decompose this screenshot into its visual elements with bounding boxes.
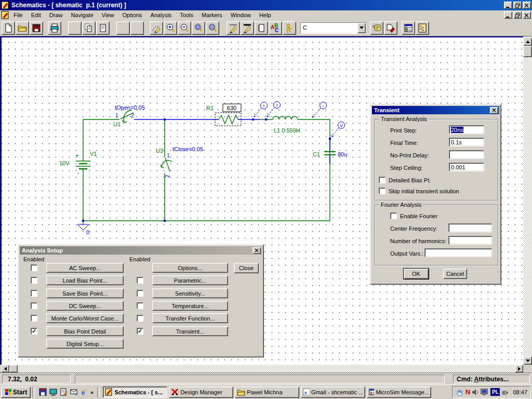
ok-button[interactable]: OK: [404, 269, 429, 279]
quicklaunch-ie-icon[interactable]: e: [80, 388, 89, 396]
menu-analysis[interactable]: Analysis: [146, 11, 176, 19]
edit-symbol-button[interactable]: [384, 21, 397, 35]
task-button-gmail[interactable]: e Gmail - shcematic ...: [301, 387, 365, 398]
document-icon[interactable]: [1, 11, 9, 19]
part-combobox[interactable]: C: [300, 22, 366, 34]
restore-button[interactable]: [513, 2, 522, 9]
temperature-checkbox[interactable]: [137, 302, 143, 309]
zoom-out-button[interactable]: [178, 21, 191, 35]
tray-hand-icon[interactable]: [456, 388, 464, 396]
detailed-bias-checkbox[interactable]: [379, 177, 385, 183]
redo-button[interactable]: [130, 21, 144, 35]
center-frequency-input[interactable]: [448, 223, 492, 232]
parametric-checkbox[interactable]: [137, 277, 143, 284]
u3-name-label[interactable]: U3: [156, 148, 163, 154]
menu-help[interactable]: Help: [255, 11, 275, 19]
skip-initial-transient-checkbox[interactable]: [379, 188, 385, 194]
scroll-right-button[interactable]: [515, 365, 523, 373]
task-button-design-manager[interactable]: Design Manager: [169, 387, 233, 398]
menu-navigate[interactable]: Navigate: [66, 11, 97, 19]
scroll-down-button[interactable]: [523, 356, 532, 365]
tray-netscape-icon[interactable]: N: [466, 388, 470, 396]
c1-name-label[interactable]: C1: [313, 151, 320, 157]
quicklaunch-floppy-icon[interactable]: [38, 388, 47, 396]
save-bias-point-checkbox[interactable]: [31, 290, 37, 297]
close-button[interactable]: [523, 2, 531, 9]
transient-title-bar[interactable]: Transient: [372, 106, 499, 114]
print-button[interactable]: [48, 21, 61, 35]
undo-button[interactable]: [116, 21, 130, 35]
child-restore-button[interactable]: [513, 11, 522, 19]
u3-param-label[interactable]: tClose=0.05: [172, 146, 203, 152]
tray-device-icon[interactable]: [501, 389, 509, 396]
no-print-delay-input[interactable]: [449, 150, 484, 159]
quicklaunch-notepad-icon[interactable]: [59, 388, 68, 396]
draw-bus-button[interactable]: [241, 21, 254, 35]
bias-point-detail-button[interactable]: Bias Point Detail: [46, 326, 124, 336]
harmonics-input[interactable]: [448, 236, 492, 245]
cut-button[interactable]: [68, 21, 82, 35]
cancel-button[interactable]: Cancel: [443, 269, 467, 279]
step-ceiling-input[interactable]: 0.001: [449, 163, 484, 171]
print-step-input[interactable]: 20ns: [449, 125, 484, 134]
save-button[interactable]: [30, 21, 43, 35]
copy-button[interactable]: [82, 21, 96, 35]
zoom-in-button[interactable]: [164, 21, 177, 35]
u1-name-label[interactable]: U1: [113, 121, 121, 127]
task-button-pawel-michna[interactable]: Pawel Michna: [235, 387, 299, 398]
sensitivity-checkbox[interactable]: [137, 290, 143, 297]
transient-setup-button[interactable]: Transient...: [152, 326, 228, 336]
transient-checkbox[interactable]: ✓: [137, 328, 143, 335]
vertical-scrollbar[interactable]: [523, 37, 532, 365]
draw-wire-button[interactable]: [227, 21, 240, 35]
output-vars-input[interactable]: [424, 248, 492, 257]
v1-name-label[interactable]: V1: [90, 151, 97, 157]
task-button-microsim-message[interactable]: MicroSim Message...: [367, 387, 431, 398]
analysis-setup-close-button[interactable]: Close: [234, 263, 259, 273]
tray-clock[interactable]: 08:47: [513, 389, 527, 395]
quicklaunch-display-icon[interactable]: [49, 388, 58, 396]
horizontal-scroll-thumb[interactable]: [9, 365, 18, 373]
temperature-button[interactable]: Temperature...: [152, 301, 228, 311]
task-button-schematics[interactable]: Schematics - [ s...: [103, 387, 167, 398]
menu-edit[interactable]: Edit: [27, 11, 45, 19]
parametric-button[interactable]: Parametric...: [152, 275, 228, 285]
dc-sweep-checkbox[interactable]: [31, 302, 37, 309]
vertical-scroll-thumb[interactable]: [523, 46, 532, 57]
quicklaunch-overflow-chevron[interactable]: »: [90, 389, 94, 395]
draw-text-button[interactable]: ABC: [269, 21, 282, 35]
zoom-area-button[interactable]: [192, 21, 205, 35]
tray-language-indicator[interactable]: PL: [490, 388, 500, 396]
monte-carlo-button[interactable]: Monte Carlo/Worst Case...: [46, 313, 124, 323]
v1-value-label[interactable]: 10V: [59, 160, 70, 166]
load-bias-point-checkbox[interactable]: [31, 277, 37, 284]
menu-draw[interactable]: Draw: [45, 11, 67, 19]
resistor-value-box[interactable]: 630: [223, 104, 241, 112]
setup-analysis-button[interactable]: [402, 21, 415, 35]
simulate-button[interactable]: [416, 21, 429, 35]
start-button[interactable]: Start: [1, 387, 31, 398]
transient-close-icon[interactable]: [490, 107, 498, 114]
l1-label[interactable]: L1 0.559H: [274, 127, 300, 134]
sensitivity-button[interactable]: Sensitivity...: [152, 288, 228, 298]
r1-name-label[interactable]: R1: [206, 105, 214, 111]
tray-display-icon[interactable]: [481, 389, 489, 396]
menu-view[interactable]: View: [98, 11, 118, 19]
redraw-button[interactable]: [150, 21, 163, 35]
bias-point-detail-checkbox[interactable]: ✓: [31, 328, 37, 335]
part-combobox-dropdown-button[interactable]: [357, 23, 366, 33]
child-close-button[interactable]: [523, 11, 531, 19]
save-bias-point-button[interactable]: Save Bias Point...: [46, 288, 124, 298]
edit-attributes-button[interactable]: [370, 21, 383, 35]
analysis-setup-close-icon[interactable]: [252, 247, 261, 254]
child-minimize-button[interactable]: [504, 11, 512, 19]
final-time-input[interactable]: 0.1s: [449, 138, 484, 147]
new-button[interactable]: [2, 21, 15, 35]
ac-sweep-checkbox[interactable]: [31, 264, 37, 271]
zoom-fit-button[interactable]: [206, 21, 219, 35]
u1-param-label[interactable]: tOpen=0.05: [115, 104, 145, 111]
load-bias-point-button[interactable]: Load Bias Point...: [46, 275, 124, 285]
menu-file[interactable]: File: [9, 11, 27, 19]
ac-sweep-button[interactable]: AC Sweep...: [46, 263, 124, 273]
scroll-left-button[interactable]: [1, 365, 9, 373]
